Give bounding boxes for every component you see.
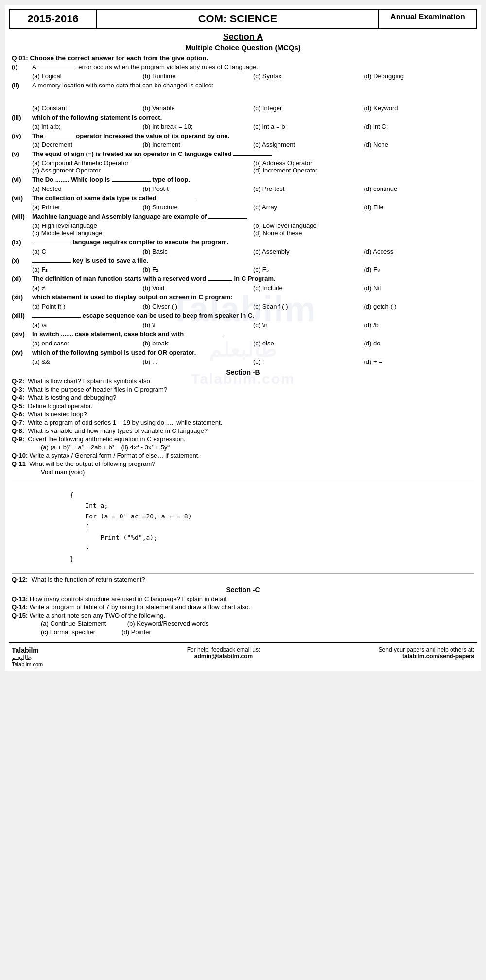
q-text-ix: language requires compiler to execute th… [32,238,474,247]
code-line-5: Print ("%d",a); [70,533,474,543]
q-row-x: (x) key is used to save a file. [12,257,474,266]
opt-xiv-a: (a) end case: [32,340,143,347]
sq-q15b: (c) Format specifier (d) Pointer [41,628,474,636]
sq-q2: Q-2: What is flow chart? Explain its sym… [12,378,474,385]
section-a-content: Q 01: Choose the correct answer for each… [5,53,481,638]
opt-xiii-a: (a) \a [32,321,143,328]
opt-vii-a: (a) Printer [32,204,143,211]
opt-vii-c: (c) Array [253,204,364,211]
sq-q7: Q-7: Write a program of odd series 1 – 1… [12,419,474,426]
q-num-vi: (vi) [12,175,32,185]
opt-vii-b: (b) Structure [143,204,254,211]
q-num-x: (x) [12,257,32,266]
q-text-viii: Machine language and Assembly language a… [32,212,474,222]
exam-paper: Talabilm طالبعلم Talabilm.com 2015-2016 … [5,5,481,671]
q-text-ii: A memory location with some data that ca… [32,81,474,90]
q-num-vii: (vii) [12,194,32,203]
sq-q11: Q-11 What will be the output of followin… [12,460,474,467]
opt-v-a: (a) Compound Arithmetic Operator [32,159,253,167]
opt-xiv-b: (b) break; [143,340,254,347]
opt-v-d: (d) Increment Operator [253,167,474,174]
q-num-xv: (xv) [12,348,32,358]
opt-viii-c: (c) Middle level language [32,229,253,237]
code-line-3: For (a = 0' ac =20; a + = 8) [70,511,474,522]
opt-xii-d: (d) getch ( ) [364,303,475,310]
opt-xi-c: (c) Include [253,284,364,292]
opt-xi-a: (a) ≠ [32,284,143,292]
q-text-xv: which of the following symbol is used fo… [32,348,474,358]
options-xii: (a) Point f( ) (b) Civscr ( ) (c) Scan f… [32,303,474,310]
q-text-vi: The Do ........ While loop is type of lo… [32,175,474,185]
sq-q11-void: Void man (void) [41,468,474,476]
footer-right: Send your papers and help others at: tal… [370,646,477,667]
q-text-x: key is used to save a file. [32,257,474,266]
opt-iii-b: (b) Int break = 10; [143,123,254,130]
sq-q15a: (a) Continue Statement (b) Keyword/Reser… [41,620,474,627]
code-block-area: { Int a; For (a = 0' ac =20; a + = 8) { … [12,481,474,574]
opt-iii-a: (a) int a:b; [32,123,143,130]
code-line-2: Int a; [70,500,474,511]
options-viii: (a) High level language (b) Low level la… [32,222,474,237]
section-a-title: Section A [5,32,481,42]
opt-i-d: (d) Debugging [364,72,475,80]
opt-iii-d: (d) int C; [364,123,475,130]
options-iii: (a) int a:b; (b) Int break = 10; (c) int… [32,123,474,130]
opt-iv-a: (a) Decrement [32,141,143,148]
opt-xi-b: (b) Void [143,284,254,292]
opt-xiv-d: (d) do [364,340,475,347]
opt-x-d: (d) F₈ [364,266,475,273]
opt-viii-b: (b) Low level language [253,222,474,229]
q-text-xii: which statement is used to display outpu… [32,293,474,302]
opt-vi-d: (d) continue [364,185,475,192]
options-x: (a) F₃ (b) F₂ (c) F₅ (d) F₈ [32,266,474,273]
opt-xiv-c: (c) else [253,340,364,347]
options-ii: (a) Constant (b) Variable (c) Integer (d… [32,104,474,112]
sq-q8: Q-8: What is variable and how many types… [12,427,474,434]
code-content: { Int a; For (a = 0' ac =20; a + = 8) { … [70,490,474,565]
q-row-v: (v) The equal of sign (=) is treated as … [12,150,474,159]
opt-ii-a: (a) Constant [32,104,143,112]
opt-vii-d: (d) File [364,204,475,211]
options-xiv: (a) end case: (b) break; (c) else (d) do [32,340,474,347]
options-xi: (a) ≠ (b) Void (c) Include (d) Nil [32,284,474,292]
q-num-ix: (ix) [12,238,32,247]
q-row-xi: (xi) The definition of man function star… [12,275,474,284]
q-num-i: (i) [12,63,32,72]
footer: Talabilm طالبعلم Talabilm.com For help, … [9,642,477,667]
opt-x-b: (b) F₂ [143,266,254,273]
q-row-iv: (iv) The operator Increased the value of… [12,132,474,141]
options-ix: (a) C (b) Basic (c) Assembly (d) Access [32,248,474,255]
q-num-iv: (iv) [12,132,32,141]
sq-q15: Q-15: Write a short note son any TWO of … [12,612,474,619]
q-row-iii: (iii) which of the following statement i… [12,113,474,122]
footer-center: For help, feedback email us: admin@talab… [77,646,370,667]
section-c-title: Section -C [12,586,474,594]
options-vii: (a) Printer (b) Structure (c) Array (d) … [32,204,474,211]
sq-q13: Q-13: How many controls structure are us… [12,595,474,602]
code-line-1: { [70,490,474,500]
opt-xii-b: (b) Civscr ( ) [143,303,254,310]
sq-q12: Q-12: What is the function of return sta… [12,576,474,583]
q-row-xii: (xii) which statement is used to display… [12,293,474,302]
opt-xv-a: (a) && [32,358,143,365]
footer-arabic: طالبعلم [12,654,77,661]
opt-ix-a: (a) C [32,248,143,255]
opt-i-c: (c) Syntax [253,72,364,80]
opt-vi-c: (c) Pre-test [253,185,364,192]
options-vi: (a) Nested (b) Post-t (c) Pre-test (d) c… [32,185,474,192]
header-subject: COM: SCIENCE [97,10,379,28]
options-i: (a) Logical (b) Runtime (c) Syntax (d) D… [32,72,474,80]
opt-ix-b: (b) Basic [143,248,254,255]
opt-iv-c: (c) Assignment [253,141,364,148]
q-row-viii: (viii) Machine language and Assembly lan… [12,212,474,222]
code-line-4: { [70,522,474,533]
q-row-xiii: (xiii) escape sequence can be used to be… [12,311,474,321]
opt-ii-c: (c) Integer [253,104,364,112]
q-text-iv: The operator Increased the value of its … [32,132,474,141]
sq-q9a: (a) (a + b)² = a² + 2ab + b² (ii) 4x⁴ - … [41,444,474,451]
q-row-vi: (vi) The Do ........ While loop is type … [12,175,474,185]
opt-xii-c: (c) Scan f ( ) [253,303,364,310]
opt-v-c: (c) Assignment Operator [32,167,253,174]
q-row-i: (i) A error occurs when the program viol… [12,63,474,72]
q-text-xiv: In switch ....... case statement, case b… [32,330,474,339]
